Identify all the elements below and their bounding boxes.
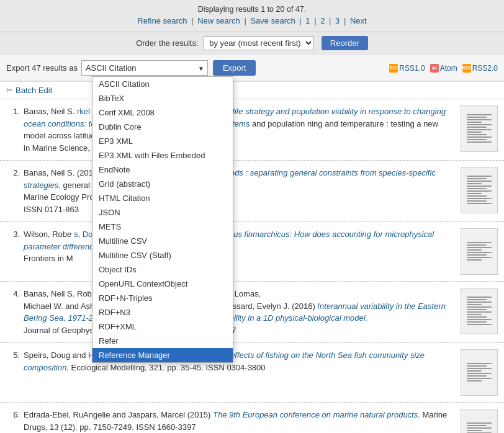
refine-search-link[interactable]: Refine search (137, 16, 187, 25)
result-thumbnail (461, 105, 498, 152)
reorder-button[interactable]: Reorder (322, 36, 368, 50)
table-row: 5. Speirs, Doug and Heath, Michael R. (2… (0, 343, 504, 403)
dropdown-item-ep3files[interactable]: EP3 XML with Files Embeded (92, 148, 233, 163)
rss1-label: RSS1.0 (399, 64, 425, 73)
dropdown-item-csv[interactable]: Multiline CSV (92, 234, 233, 248)
atom-label: Atom (440, 64, 457, 73)
dropdown-item-bibtex[interactable]: BibTeX (92, 91, 233, 105)
result-authors: Banas, Neil S. (24, 168, 77, 177)
result-content: Edrada-Ebel, RuAngelie and Jaspars, Marc… (24, 409, 457, 433)
table-row: 3. Wilson, Robe s, Douglas (2016) Spatia… (0, 222, 504, 282)
page-1-link[interactable]: 1 (305, 16, 310, 25)
result-authors: Wilson, Robe (24, 230, 74, 239)
dropdown-item-rdfn3[interactable]: RDF+N3 (92, 305, 233, 319)
result-number: 4. (6, 288, 20, 298)
order-select[interactable]: by year (most recent first) by author by… (204, 36, 314, 50)
page-3-link[interactable]: 3 (335, 16, 340, 25)
display-text: Displaying results 1 to 20 of 47. (0, 5, 504, 14)
save-search-link[interactable]: Save search (250, 16, 295, 25)
scissors-icon: ✂ (6, 86, 13, 95)
result-content: Banas, Neil S. Robert G. and Sambrotto, … (24, 288, 457, 336)
rss2-label: RSS2.0 (472, 64, 498, 73)
dropdown-item-html[interactable]: HTML Citation (92, 191, 233, 205)
dropdown-item-rdfxml[interactable]: RDF+XML (92, 319, 233, 334)
result-number: 5. (6, 349, 20, 360)
result-content: Banas, Neil S. (2016) Traits controlling… (24, 167, 457, 215)
result-thumbnail (461, 349, 498, 396)
export-row: Export 47 results as ASCII Citation BibT… (0, 55, 504, 81)
table-row: 2. Banas, Neil S. (2016) Traits controll… (0, 161, 504, 222)
export-label: Export 47 results as (6, 63, 78, 73)
dropdown-item-ep3[interactable]: EP3 XML (92, 134, 233, 148)
result-thumbnail (461, 167, 498, 213)
result-content: Wilson, Robe s, Douglas (2016) Spatial m… (24, 228, 457, 265)
result-thumbnail (461, 288, 498, 334)
result-content: Banas, Neil S. rkel C. and Eisner, Lisa … (24, 105, 457, 154)
dropdown-item-json[interactable]: JSON (92, 205, 233, 220)
result-journal: Ecological Modelling, 321. pp. 35-45. (71, 363, 204, 372)
rss-links: RSS RSS1.0 At Atom RSS RSS2.0 (389, 64, 498, 73)
export-area: Export 47 results as ASCII Citation BibT… (0, 55, 504, 82)
result-number: 2. (6, 167, 20, 177)
result-journal: Frontiers in M (24, 254, 73, 263)
dropdown-item-grid[interactable]: Grid (abstract) (92, 177, 233, 191)
page-2-link[interactable]: 2 (320, 16, 325, 25)
export-format-select[interactable]: ASCII Citation BibTeX Cerif XML 2008 Dub… (81, 60, 208, 76)
results-list: 1. Banas, Neil S. rkel C. and Eisner, Li… (0, 99, 504, 433)
batch-edit-label: Batch Edit (16, 86, 52, 95)
result-thumbnail (461, 409, 498, 433)
export-select-wrapper: ASCII Citation BibTeX Cerif XML 2008 Dub… (81, 60, 208, 76)
rss2-link[interactable]: RSS RSS2.0 (462, 64, 498, 73)
dropdown-item-ascii[interactable]: ASCII Citation (92, 77, 233, 91)
result-number: 6. (6, 409, 20, 419)
table-row: 1. Banas, Neil S. rkel C. and Eisner, Li… (0, 99, 504, 161)
result-authors: Banas, Neil S. (24, 289, 77, 298)
batch-row: ✂ Batch Edit (0, 82, 504, 99)
dropdown-item-cerif[interactable]: Cerif XML 2008 (92, 105, 233, 120)
rss2-icon: RSS (462, 64, 471, 73)
result-authors: Speirs, Doug (24, 350, 73, 360)
export-dropdown: ASCII Citation BibTeX Cerif XML 2008 Dub… (92, 76, 233, 363)
result-issn: ISSN 1660-3397 (136, 422, 196, 432)
table-row: 4. Banas, Neil S. Robert G. and Sambrott… (0, 282, 504, 343)
dropdown-item-endnote[interactable]: EndNote (92, 163, 233, 177)
result-number: 1. (6, 105, 20, 116)
result-thumbnail (461, 228, 498, 275)
result-year: (2015) (187, 410, 213, 419)
result-number: 3. (6, 228, 20, 239)
result-authors: Edrada-Ebel, RuAngelie and Jaspars, Marc… (24, 410, 187, 419)
rss1-link[interactable]: RSS RSS1.0 (389, 64, 425, 73)
top-bar: Displaying results 1 to 20 of 47. Refine… (0, 0, 504, 32)
next-link[interactable]: Next (350, 16, 367, 25)
order-row: Order the results: by year (most recent … (0, 32, 504, 55)
batch-edit-button[interactable]: ✂ Batch Edit (6, 86, 52, 95)
dropdown-item-refer[interactable]: Refer (92, 334, 233, 348)
rss1-icon: RSS (389, 64, 398, 73)
result-issn: ISSN 0171-863 (24, 205, 79, 214)
dropdown-item-objectids[interactable]: Object IDs (92, 262, 233, 277)
result-content: Speirs, Doug and Heath, Michael R. (2016… (24, 349, 457, 373)
new-search-link[interactable]: New search (197, 16, 240, 25)
result-issn: ISSN 0304-3800 (205, 363, 265, 372)
dropdown-item-refmanager[interactable]: Reference Manager (92, 348, 233, 362)
order-label: Order the results: (136, 38, 198, 48)
result-authors: Banas, Neil S. (24, 107, 77, 116)
dropdown-item-rdfn[interactable]: RDF+N-Triples (92, 291, 233, 305)
result-title-link[interactable]: The 9th European conference on marine na… (213, 410, 420, 419)
dropdown-item-openurl[interactable]: OpenURL ContextObject (92, 277, 233, 291)
atom-link[interactable]: At Atom (430, 64, 457, 73)
table-row: 6. Edrada-Ebel, RuAngelie and Jaspars, M… (0, 403, 504, 433)
atom-icon: At (430, 64, 439, 73)
dropdown-item-csv-staff[interactable]: Multiline CSV (Staff) (92, 248, 233, 262)
dropdown-item-dublin[interactable]: Dublin Core (92, 120, 233, 134)
export-button[interactable]: Export (213, 60, 256, 76)
dropdown-item-mets[interactable]: METS (92, 220, 233, 234)
